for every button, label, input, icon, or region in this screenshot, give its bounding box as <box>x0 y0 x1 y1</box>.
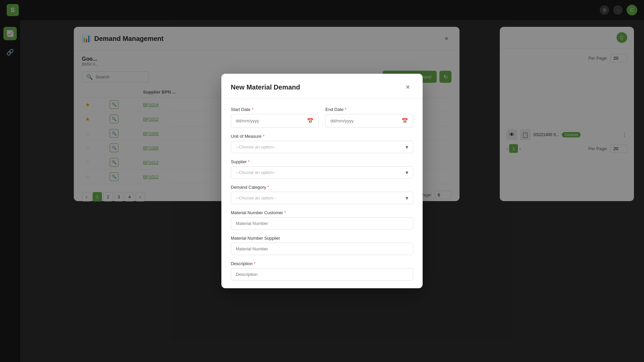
modal-overlay: New Material Demand × Start Date * 📅 <box>0 0 644 362</box>
material-number-supplier-input[interactable] <box>231 243 413 255</box>
demand-category-select[interactable]: --Choose an option-- <box>231 192 413 204</box>
new-material-demand-modal: New Material Demand × Start Date * 📅 <box>221 74 423 288</box>
material-number-customer-input[interactable] <box>231 217 413 230</box>
description-required: * <box>254 261 256 266</box>
end-date-input-wrapper[interactable]: 📅 <box>325 114 413 128</box>
demand-category-required: * <box>267 185 269 190</box>
material-number-supplier-group: Material Number Supplier <box>231 236 413 255</box>
supplier-label: Supplier * <box>231 159 413 164</box>
end-date-group: End Date * 📅 <box>325 107 413 128</box>
start-date-group: Start Date * 📅 <box>231 107 319 128</box>
demand-category-select-wrapper: --Choose an option-- ▼ <box>231 192 413 204</box>
start-date-input[interactable] <box>236 118 307 123</box>
modal-title: New Material Demand <box>231 83 300 91</box>
end-date-calendar-icon[interactable]: 📅 <box>401 118 408 124</box>
start-date-calendar-icon[interactable]: 📅 <box>307 118 314 124</box>
material-number-customer-label: Material Number Customer * <box>231 210 413 215</box>
date-row: Start Date * 📅 End Date * � <box>231 107 413 128</box>
unit-of-measure-group: Unit of Measure * --Choose an option-- ▼ <box>231 134 413 153</box>
mnc-required: * <box>284 210 286 215</box>
unit-required: * <box>263 134 264 139</box>
material-number-customer-group: Material Number Customer * <box>231 210 413 230</box>
supplier-group: Supplier * --Choose an option-- ▼ <box>231 159 413 179</box>
supplier-select-wrapper: --Choose an option-- ▼ <box>231 166 413 179</box>
modal-header: New Material Demand × <box>221 74 423 99</box>
supplier-select[interactable]: --Choose an option-- <box>231 166 413 179</box>
material-number-supplier-label: Material Number Supplier <box>231 236 413 241</box>
start-date-input-wrapper[interactable]: 📅 <box>231 114 319 128</box>
description-label: Description * <box>231 261 413 266</box>
unit-of-measure-select-wrapper: --Choose an option-- ▼ <box>231 141 413 153</box>
description-group: Description * <box>231 261 413 281</box>
description-input[interactable] <box>231 268 413 281</box>
modal-body: Start Date * 📅 End Date * � <box>221 99 423 288</box>
modal-close-button[interactable]: × <box>402 82 413 93</box>
end-date-label: End Date * <box>325 107 413 112</box>
supplier-required: * <box>248 159 250 164</box>
start-date-label: Start Date * <box>231 107 319 112</box>
end-date-input[interactable] <box>330 118 401 123</box>
unit-of-measure-label: Unit of Measure * <box>231 134 413 139</box>
unit-of-measure-select[interactable]: --Choose an option-- <box>231 141 413 153</box>
demand-category-label: Demand Category * <box>231 185 413 190</box>
end-date-required: * <box>345 107 346 112</box>
start-date-required: * <box>252 107 253 112</box>
demand-category-group: Demand Category * --Choose an option-- ▼ <box>231 185 413 204</box>
